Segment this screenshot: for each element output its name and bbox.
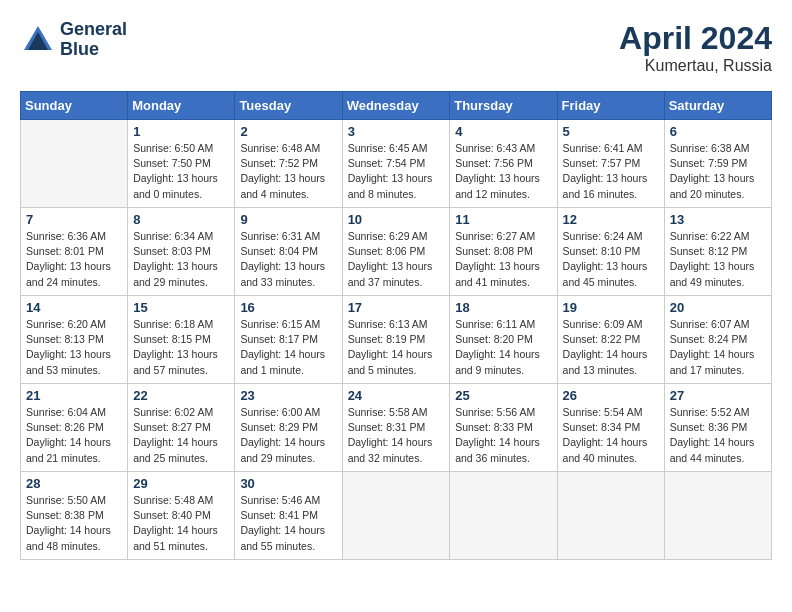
day-info: Sunrise: 5:54 AMSunset: 8:34 PMDaylight:… [563, 405, 659, 466]
day-number: 22 [133, 388, 229, 403]
day-info: Sunrise: 6:15 AMSunset: 8:17 PMDaylight:… [240, 317, 336, 378]
day-info: Sunrise: 6:31 AMSunset: 8:04 PMDaylight:… [240, 229, 336, 290]
day-number: 25 [455, 388, 551, 403]
day-info: Sunrise: 5:48 AMSunset: 8:40 PMDaylight:… [133, 493, 229, 554]
day-header-monday: Monday [128, 92, 235, 120]
calendar-week-row: 21Sunrise: 6:04 AMSunset: 8:26 PMDayligh… [21, 384, 772, 472]
calendar-cell: 1Sunrise: 6:50 AMSunset: 7:50 PMDaylight… [128, 120, 235, 208]
location: Kumertau, Russia [619, 57, 772, 75]
calendar-table: SundayMondayTuesdayWednesdayThursdayFrid… [20, 91, 772, 560]
day-number: 10 [348, 212, 445, 227]
day-info: Sunrise: 5:46 AMSunset: 8:41 PMDaylight:… [240, 493, 336, 554]
page-header: General Blue April 2024 Kumertau, Russia [20, 20, 772, 75]
calendar-cell [664, 472, 771, 560]
calendar-week-row: 7Sunrise: 6:36 AMSunset: 8:01 PMDaylight… [21, 208, 772, 296]
day-number: 15 [133, 300, 229, 315]
logo-icon [20, 22, 56, 58]
day-info: Sunrise: 6:02 AMSunset: 8:27 PMDaylight:… [133, 405, 229, 466]
day-number: 2 [240, 124, 336, 139]
calendar-cell: 13Sunrise: 6:22 AMSunset: 8:12 PMDayligh… [664, 208, 771, 296]
day-header-sunday: Sunday [21, 92, 128, 120]
calendar-cell: 26Sunrise: 5:54 AMSunset: 8:34 PMDayligh… [557, 384, 664, 472]
day-info: Sunrise: 5:50 AMSunset: 8:38 PMDaylight:… [26, 493, 122, 554]
calendar-cell: 15Sunrise: 6:18 AMSunset: 8:15 PMDayligh… [128, 296, 235, 384]
day-number: 7 [26, 212, 122, 227]
day-info: Sunrise: 6:29 AMSunset: 8:06 PMDaylight:… [348, 229, 445, 290]
day-number: 4 [455, 124, 551, 139]
calendar-cell: 28Sunrise: 5:50 AMSunset: 8:38 PMDayligh… [21, 472, 128, 560]
day-number: 24 [348, 388, 445, 403]
day-number: 23 [240, 388, 336, 403]
day-info: Sunrise: 6:27 AMSunset: 8:08 PMDaylight:… [455, 229, 551, 290]
day-info: Sunrise: 6:38 AMSunset: 7:59 PMDaylight:… [670, 141, 766, 202]
calendar-cell [557, 472, 664, 560]
calendar-cell: 4Sunrise: 6:43 AMSunset: 7:56 PMDaylight… [450, 120, 557, 208]
day-number: 14 [26, 300, 122, 315]
day-info: Sunrise: 6:22 AMSunset: 8:12 PMDaylight:… [670, 229, 766, 290]
calendar-cell: 9Sunrise: 6:31 AMSunset: 8:04 PMDaylight… [235, 208, 342, 296]
day-number: 5 [563, 124, 659, 139]
calendar-cell: 6Sunrise: 6:38 AMSunset: 7:59 PMDaylight… [664, 120, 771, 208]
day-info: Sunrise: 6:36 AMSunset: 8:01 PMDaylight:… [26, 229, 122, 290]
day-number: 8 [133, 212, 229, 227]
calendar-cell: 23Sunrise: 6:00 AMSunset: 8:29 PMDayligh… [235, 384, 342, 472]
calendar-cell: 25Sunrise: 5:56 AMSunset: 8:33 PMDayligh… [450, 384, 557, 472]
day-info: Sunrise: 6:48 AMSunset: 7:52 PMDaylight:… [240, 141, 336, 202]
calendar-header-row: SundayMondayTuesdayWednesdayThursdayFrid… [21, 92, 772, 120]
day-number: 27 [670, 388, 766, 403]
day-number: 19 [563, 300, 659, 315]
day-info: Sunrise: 6:20 AMSunset: 8:13 PMDaylight:… [26, 317, 122, 378]
day-number: 1 [133, 124, 229, 139]
calendar-cell: 11Sunrise: 6:27 AMSunset: 8:08 PMDayligh… [450, 208, 557, 296]
calendar-week-row: 28Sunrise: 5:50 AMSunset: 8:38 PMDayligh… [21, 472, 772, 560]
calendar-cell: 27Sunrise: 5:52 AMSunset: 8:36 PMDayligh… [664, 384, 771, 472]
day-info: Sunrise: 6:07 AMSunset: 8:24 PMDaylight:… [670, 317, 766, 378]
day-info: Sunrise: 6:41 AMSunset: 7:57 PMDaylight:… [563, 141, 659, 202]
day-info: Sunrise: 6:09 AMSunset: 8:22 PMDaylight:… [563, 317, 659, 378]
calendar-cell: 7Sunrise: 6:36 AMSunset: 8:01 PMDaylight… [21, 208, 128, 296]
calendar-cell [21, 120, 128, 208]
day-number: 21 [26, 388, 122, 403]
day-info: Sunrise: 6:00 AMSunset: 8:29 PMDaylight:… [240, 405, 336, 466]
logo: General Blue [20, 20, 127, 60]
day-number: 28 [26, 476, 122, 491]
calendar-cell: 30Sunrise: 5:46 AMSunset: 8:41 PMDayligh… [235, 472, 342, 560]
day-number: 13 [670, 212, 766, 227]
day-header-tuesday: Tuesday [235, 92, 342, 120]
calendar-cell: 29Sunrise: 5:48 AMSunset: 8:40 PMDayligh… [128, 472, 235, 560]
calendar-cell: 21Sunrise: 6:04 AMSunset: 8:26 PMDayligh… [21, 384, 128, 472]
calendar-cell [450, 472, 557, 560]
day-number: 29 [133, 476, 229, 491]
day-info: Sunrise: 5:56 AMSunset: 8:33 PMDaylight:… [455, 405, 551, 466]
title-block: April 2024 Kumertau, Russia [619, 20, 772, 75]
calendar-cell: 17Sunrise: 6:13 AMSunset: 8:19 PMDayligh… [342, 296, 450, 384]
calendar-cell: 2Sunrise: 6:48 AMSunset: 7:52 PMDaylight… [235, 120, 342, 208]
day-number: 11 [455, 212, 551, 227]
day-info: Sunrise: 6:13 AMSunset: 8:19 PMDaylight:… [348, 317, 445, 378]
day-number: 18 [455, 300, 551, 315]
calendar-cell: 5Sunrise: 6:41 AMSunset: 7:57 PMDaylight… [557, 120, 664, 208]
day-info: Sunrise: 6:43 AMSunset: 7:56 PMDaylight:… [455, 141, 551, 202]
day-number: 9 [240, 212, 336, 227]
day-info: Sunrise: 6:18 AMSunset: 8:15 PMDaylight:… [133, 317, 229, 378]
day-info: Sunrise: 6:24 AMSunset: 8:10 PMDaylight:… [563, 229, 659, 290]
calendar-cell: 20Sunrise: 6:07 AMSunset: 8:24 PMDayligh… [664, 296, 771, 384]
month-year: April 2024 [619, 20, 772, 57]
day-number: 17 [348, 300, 445, 315]
calendar-cell: 22Sunrise: 6:02 AMSunset: 8:27 PMDayligh… [128, 384, 235, 472]
calendar-cell: 16Sunrise: 6:15 AMSunset: 8:17 PMDayligh… [235, 296, 342, 384]
calendar-cell: 19Sunrise: 6:09 AMSunset: 8:22 PMDayligh… [557, 296, 664, 384]
calendar-cell: 24Sunrise: 5:58 AMSunset: 8:31 PMDayligh… [342, 384, 450, 472]
day-info: Sunrise: 6:34 AMSunset: 8:03 PMDaylight:… [133, 229, 229, 290]
calendar-cell: 10Sunrise: 6:29 AMSunset: 8:06 PMDayligh… [342, 208, 450, 296]
day-number: 3 [348, 124, 445, 139]
logo-text: General Blue [60, 20, 127, 60]
day-number: 6 [670, 124, 766, 139]
calendar-cell: 12Sunrise: 6:24 AMSunset: 8:10 PMDayligh… [557, 208, 664, 296]
day-header-saturday: Saturday [664, 92, 771, 120]
day-info: Sunrise: 6:11 AMSunset: 8:20 PMDaylight:… [455, 317, 551, 378]
day-info: Sunrise: 6:04 AMSunset: 8:26 PMDaylight:… [26, 405, 122, 466]
calendar-week-row: 1Sunrise: 6:50 AMSunset: 7:50 PMDaylight… [21, 120, 772, 208]
day-header-thursday: Thursday [450, 92, 557, 120]
day-number: 26 [563, 388, 659, 403]
